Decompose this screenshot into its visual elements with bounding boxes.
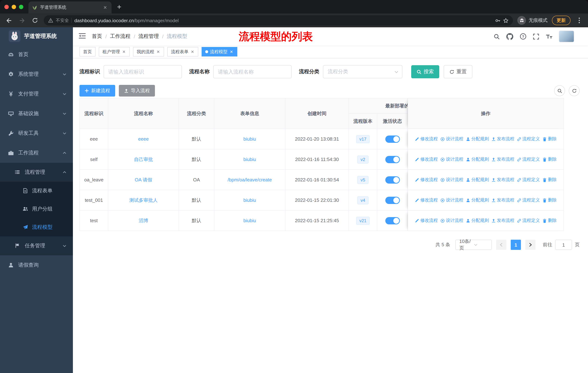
reset-button[interactable]: 重置 bbox=[444, 65, 472, 78]
op-process-definition[interactable]: 流程定义 bbox=[517, 197, 540, 203]
sidebar-item-process-model[interactable]: 流程模型 bbox=[0, 218, 73, 236]
close-icon[interactable] bbox=[190, 50, 195, 54]
font-size-icon[interactable] bbox=[546, 33, 553, 40]
breadcrumb-item[interactable]: 流程管理 bbox=[138, 33, 159, 40]
op-assign-rule[interactable]: 分配规则 bbox=[466, 177, 489, 183]
row-form-link[interactable]: biubiu bbox=[243, 218, 256, 223]
status-toggle[interactable] bbox=[385, 217, 400, 224]
sidebar-item-devtools[interactable]: 研发工具 bbox=[0, 123, 73, 143]
close-icon[interactable] bbox=[156, 50, 160, 54]
category-select[interactable]: 流程分类 bbox=[323, 65, 402, 78]
tab-close-icon[interactable] bbox=[102, 5, 108, 10]
op-edit-process[interactable]: 修改流程 bbox=[415, 156, 438, 162]
address-bar[interactable]: 不安全 dashboard.yudao.iocoder.cn/bpm/manag… bbox=[44, 15, 513, 26]
op-process-definition[interactable]: 流程定义 bbox=[517, 156, 540, 162]
prev-page-button[interactable] bbox=[496, 240, 506, 250]
menu-dots-icon[interactable] bbox=[575, 16, 584, 25]
toggle-search-button[interactable] bbox=[554, 85, 565, 96]
help-icon[interactable]: ? bbox=[519, 33, 526, 40]
row-process-name-link[interactable]: OA 请假 bbox=[135, 176, 152, 183]
op-design-process[interactable]: 设计流程 bbox=[440, 217, 463, 224]
op-design-process[interactable]: 设计流程 bbox=[440, 156, 463, 162]
op-design-process[interactable]: 设计流程 bbox=[440, 136, 463, 142]
import-process-button[interactable]: 导入流程 bbox=[119, 85, 155, 97]
create-process-button[interactable]: 新建流程 bbox=[79, 85, 115, 97]
tag-my-process[interactable]: 我的流程 bbox=[133, 47, 164, 56]
hamburger-icon[interactable] bbox=[79, 33, 86, 40]
op-assign-rule[interactable]: 分配规则 bbox=[466, 217, 489, 224]
browser-tab[interactable]: 芋道管理系统 bbox=[28, 1, 112, 13]
op-process-definition[interactable]: 流程定义 bbox=[517, 217, 540, 224]
key-icon[interactable] bbox=[495, 18, 501, 23]
row-process-name-link[interactable]: 滔博 bbox=[139, 217, 148, 224]
op-delete[interactable]: 删除 bbox=[542, 177, 557, 183]
search-icon[interactable] bbox=[493, 33, 500, 40]
tag-process-model[interactable]: 流程模型 bbox=[202, 47, 237, 56]
op-edit-process[interactable]: 修改流程 bbox=[415, 177, 438, 183]
process-name-input[interactable] bbox=[213, 65, 292, 78]
row-process-name-link[interactable]: 自己审批 bbox=[134, 156, 153, 163]
forward-button[interactable] bbox=[18, 16, 26, 25]
op-assign-rule[interactable]: 分配规则 bbox=[466, 156, 489, 162]
op-edit-process[interactable]: 修改流程 bbox=[415, 197, 438, 203]
op-delete[interactable]: 删除 bbox=[542, 217, 557, 224]
breadcrumb-item[interactable]: 首页 bbox=[92, 33, 102, 40]
op-delete[interactable]: 删除 bbox=[542, 156, 557, 162]
op-assign-rule[interactable]: 分配规则 bbox=[466, 197, 489, 203]
github-icon[interactable] bbox=[506, 33, 513, 40]
op-delete[interactable]: 删除 bbox=[542, 136, 557, 142]
op-process-definition[interactable]: 流程定义 bbox=[517, 136, 540, 142]
op-publish-process[interactable]: 发布流程 bbox=[491, 177, 514, 183]
page-number-1[interactable]: 1 bbox=[511, 240, 521, 250]
close-icon[interactable] bbox=[229, 50, 234, 54]
op-edit-process[interactable]: 修改流程 bbox=[415, 136, 438, 142]
sidebar-item-system[interactable]: 系统管理 bbox=[0, 64, 73, 84]
close-icon[interactable] bbox=[122, 50, 126, 54]
op-delete[interactable]: 删除 bbox=[542, 197, 557, 203]
row-process-name-link[interactable]: eeee bbox=[138, 136, 149, 142]
op-edit-process[interactable]: 修改流程 bbox=[415, 217, 438, 224]
star-icon[interactable] bbox=[503, 18, 509, 23]
update-button[interactable]: 更新 bbox=[552, 16, 570, 25]
window-close-button[interactable] bbox=[4, 5, 9, 9]
sidebar-item-process-form[interactable]: 流程表单 bbox=[0, 182, 73, 200]
row-process-name-link[interactable]: 测试多审批人 bbox=[129, 197, 158, 203]
op-publish-process[interactable]: 发布流程 bbox=[491, 136, 514, 142]
status-toggle[interactable] bbox=[385, 135, 400, 143]
sidebar-item-infrastructure[interactable]: 基础设施 bbox=[0, 104, 73, 123]
window-zoom-button[interactable] bbox=[19, 5, 23, 9]
window-minimize-button[interactable] bbox=[12, 5, 16, 9]
tag-tenant[interactable]: 租户管理 bbox=[99, 47, 130, 56]
op-design-process[interactable]: 设计流程 bbox=[440, 177, 463, 183]
back-button[interactable] bbox=[4, 16, 13, 25]
sidebar-item-user-group[interactable]: 用户分组 bbox=[0, 200, 73, 218]
tag-process-form[interactable]: 流程表单 bbox=[167, 47, 198, 56]
row-form-link[interactable]: /bpm/oa/leave/create bbox=[228, 177, 272, 182]
tag-home[interactable]: 首页 bbox=[79, 47, 95, 56]
goto-page-input[interactable] bbox=[555, 240, 572, 250]
sidebar-item-process-management[interactable]: 流程管理 bbox=[0, 163, 73, 182]
avatar[interactable] bbox=[559, 30, 574, 42]
op-process-definition[interactable]: 流程定义 bbox=[517, 177, 540, 183]
reload-button[interactable] bbox=[31, 16, 39, 25]
sidebar-item-payment[interactable]: 支付管理 bbox=[0, 84, 73, 104]
op-publish-process[interactable]: 发布流程 bbox=[491, 156, 514, 162]
row-form-link[interactable]: biubiu bbox=[243, 197, 256, 203]
sidebar-item-home[interactable]: 首页 bbox=[0, 45, 73, 64]
row-form-link[interactable]: biubiu bbox=[243, 136, 256, 142]
sidebar-item-task-management[interactable]: 任务管理 bbox=[0, 236, 73, 255]
op-design-process[interactable]: 设计流程 bbox=[440, 197, 463, 203]
op-publish-process[interactable]: 发布流程 bbox=[491, 217, 514, 224]
row-form-link[interactable]: biubiu bbox=[243, 157, 256, 162]
new-tab-button[interactable] bbox=[116, 4, 123, 10]
fullscreen-icon[interactable] bbox=[533, 33, 539, 40]
status-toggle[interactable] bbox=[385, 156, 400, 163]
sidebar-item-leave-query[interactable]: 请假查询 bbox=[0, 255, 73, 275]
breadcrumb-item[interactable]: 工作流程 bbox=[110, 33, 130, 40]
next-page-button[interactable] bbox=[525, 240, 536, 250]
page-size-select[interactable]: 10条/页 bbox=[455, 240, 492, 250]
status-toggle[interactable] bbox=[385, 176, 400, 183]
op-assign-rule[interactable]: 分配规则 bbox=[466, 136, 489, 142]
op-publish-process[interactable]: 发布流程 bbox=[491, 197, 514, 203]
sidebar-item-workflow[interactable]: 工作流程 bbox=[0, 143, 73, 163]
